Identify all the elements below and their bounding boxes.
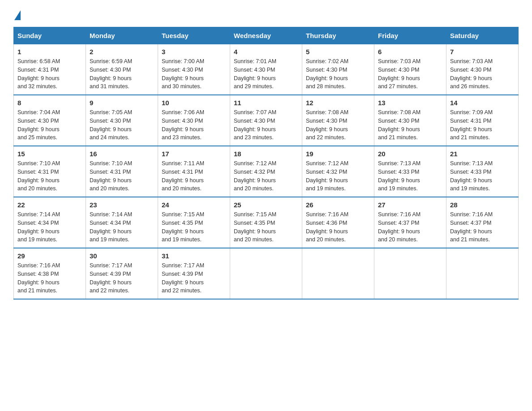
calendar-cell: 4 Sunrise: 7:01 AM Sunset: 4:30 PM Dayli…	[230, 44, 302, 95]
calendar-cell: 17 Sunrise: 7:11 AM Sunset: 4:31 PM Dayl…	[158, 146, 230, 197]
day-info: Sunrise: 7:12 AM Sunset: 4:32 PM Dayligh…	[306, 159, 370, 193]
calendar-cell: 15 Sunrise: 7:10 AM Sunset: 4:31 PM Dayl…	[14, 146, 86, 197]
day-info: Sunrise: 7:16 AM Sunset: 4:38 PM Dayligh…	[17, 261, 82, 295]
day-number: 23	[90, 201, 154, 209]
day-number: 3	[162, 48, 226, 56]
day-info: Sunrise: 7:04 AM Sunset: 4:30 PM Dayligh…	[17, 108, 82, 142]
header-cell-friday: Friday	[374, 27, 446, 44]
calendar-cell	[446, 248, 519, 299]
calendar-cell: 19 Sunrise: 7:12 AM Sunset: 4:32 PM Dayl…	[302, 146, 374, 197]
day-info: Sunrise: 7:05 AM Sunset: 4:30 PM Dayligh…	[90, 108, 154, 142]
calendar-cell: 27 Sunrise: 7:16 AM Sunset: 4:37 PM Dayl…	[374, 197, 446, 248]
day-info: Sunrise: 7:09 AM Sunset: 4:31 PM Dayligh…	[450, 108, 515, 142]
day-info: Sunrise: 7:13 AM Sunset: 4:33 PM Dayligh…	[378, 159, 442, 193]
day-info: Sunrise: 7:03 AM Sunset: 4:30 PM Dayligh…	[378, 57, 442, 91]
day-number: 2	[90, 48, 154, 56]
day-number: 31	[162, 252, 226, 260]
calendar-week-2: 8 Sunrise: 7:04 AM Sunset: 4:30 PM Dayli…	[14, 95, 519, 146]
day-info: Sunrise: 7:11 AM Sunset: 4:31 PM Dayligh…	[162, 159, 226, 193]
day-info: Sunrise: 7:13 AM Sunset: 4:33 PM Dayligh…	[450, 159, 515, 193]
day-info: Sunrise: 7:17 AM Sunset: 4:39 PM Dayligh…	[90, 261, 154, 295]
day-number: 29	[17, 252, 82, 260]
day-info: Sunrise: 6:59 AM Sunset: 4:30 PM Dayligh…	[90, 57, 154, 91]
header-cell-saturday: Saturday	[446, 27, 519, 44]
calendar-table: SundayMondayTuesdayWednesdayThursdayFrid…	[13, 27, 519, 300]
calendar-cell: 10 Sunrise: 7:06 AM Sunset: 4:30 PM Dayl…	[158, 95, 230, 146]
logo	[13, 9, 21, 18]
day-info: Sunrise: 7:16 AM Sunset: 4:36 PM Dayligh…	[306, 210, 370, 244]
calendar-cell	[374, 248, 446, 299]
calendar-cell: 8 Sunrise: 7:04 AM Sunset: 4:30 PM Dayli…	[14, 95, 86, 146]
day-info: Sunrise: 7:08 AM Sunset: 4:30 PM Dayligh…	[378, 108, 442, 142]
calendar-cell: 6 Sunrise: 7:03 AM Sunset: 4:30 PM Dayli…	[374, 44, 446, 95]
header-cell-tuesday: Tuesday	[158, 27, 230, 44]
calendar-cell: 26 Sunrise: 7:16 AM Sunset: 4:36 PM Dayl…	[302, 197, 374, 248]
logo-triangle-icon	[14, 10, 21, 20]
calendar-cell: 28 Sunrise: 7:16 AM Sunset: 4:37 PM Dayl…	[446, 197, 519, 248]
day-info: Sunrise: 7:12 AM Sunset: 4:32 PM Dayligh…	[234, 159, 298, 193]
day-info: Sunrise: 7:15 AM Sunset: 4:35 PM Dayligh…	[162, 210, 226, 244]
calendar-cell: 3 Sunrise: 7:00 AM Sunset: 4:30 PM Dayli…	[158, 44, 230, 95]
calendar-week-5: 29 Sunrise: 7:16 AM Sunset: 4:38 PM Dayl…	[14, 248, 519, 299]
calendar-cell: 31 Sunrise: 7:17 AM Sunset: 4:39 PM Dayl…	[158, 248, 230, 299]
day-number: 25	[234, 201, 298, 209]
calendar-cell: 2 Sunrise: 6:59 AM Sunset: 4:30 PM Dayli…	[86, 44, 158, 95]
calendar-cell: 12 Sunrise: 7:08 AM Sunset: 4:30 PM Dayl…	[302, 95, 374, 146]
day-number: 30	[90, 252, 154, 260]
calendar-cell: 20 Sunrise: 7:13 AM Sunset: 4:33 PM Dayl…	[374, 146, 446, 197]
calendar-week-4: 22 Sunrise: 7:14 AM Sunset: 4:34 PM Dayl…	[14, 197, 519, 248]
day-info: Sunrise: 7:06 AM Sunset: 4:30 PM Dayligh…	[162, 108, 226, 142]
day-number: 13	[378, 99, 442, 107]
day-number: 12	[306, 99, 370, 107]
day-info: Sunrise: 7:07 AM Sunset: 4:30 PM Dayligh…	[234, 108, 298, 142]
day-number: 20	[378, 150, 442, 158]
calendar-cell: 1 Sunrise: 6:58 AM Sunset: 4:31 PM Dayli…	[14, 44, 86, 95]
calendar-cell: 25 Sunrise: 7:15 AM Sunset: 4:35 PM Dayl…	[230, 197, 302, 248]
calendar-header: SundayMondayTuesdayWednesdayThursdayFrid…	[14, 27, 519, 44]
day-number: 22	[17, 201, 82, 209]
day-number: 21	[450, 150, 515, 158]
day-info: Sunrise: 7:01 AM Sunset: 4:30 PM Dayligh…	[234, 57, 298, 91]
day-number: 19	[306, 150, 370, 158]
day-number: 8	[17, 99, 82, 107]
calendar-cell: 24 Sunrise: 7:15 AM Sunset: 4:35 PM Dayl…	[158, 197, 230, 248]
day-info: Sunrise: 7:17 AM Sunset: 4:39 PM Dayligh…	[162, 261, 226, 295]
day-info: Sunrise: 7:15 AM Sunset: 4:35 PM Dayligh…	[234, 210, 298, 244]
day-number: 17	[162, 150, 226, 158]
day-info: Sunrise: 7:10 AM Sunset: 4:31 PM Dayligh…	[90, 159, 154, 193]
day-info: Sunrise: 7:16 AM Sunset: 4:37 PM Dayligh…	[378, 210, 442, 244]
day-number: 4	[234, 48, 298, 56]
day-number: 14	[450, 99, 515, 107]
day-number: 15	[17, 150, 82, 158]
calendar-week-3: 15 Sunrise: 7:10 AM Sunset: 4:31 PM Dayl…	[14, 146, 519, 197]
calendar-cell: 29 Sunrise: 7:16 AM Sunset: 4:38 PM Dayl…	[14, 248, 86, 299]
day-number: 27	[378, 201, 442, 209]
day-number: 6	[378, 48, 442, 56]
header-cell-monday: Monday	[86, 27, 158, 44]
calendar-cell: 5 Sunrise: 7:02 AM Sunset: 4:30 PM Dayli…	[302, 44, 374, 95]
day-number: 16	[90, 150, 154, 158]
day-info: Sunrise: 7:10 AM Sunset: 4:31 PM Dayligh…	[17, 159, 82, 193]
day-info: Sunrise: 7:00 AM Sunset: 4:30 PM Dayligh…	[162, 57, 226, 91]
calendar-cell: 18 Sunrise: 7:12 AM Sunset: 4:32 PM Dayl…	[230, 146, 302, 197]
day-number: 5	[306, 48, 370, 56]
day-info: Sunrise: 7:02 AM Sunset: 4:30 PM Dayligh…	[306, 57, 370, 91]
page-header	[13, 9, 519, 18]
calendar-cell: 23 Sunrise: 7:14 AM Sunset: 4:34 PM Dayl…	[86, 197, 158, 248]
header-cell-wednesday: Wednesday	[230, 27, 302, 44]
day-info: Sunrise: 6:58 AM Sunset: 4:31 PM Dayligh…	[17, 57, 82, 91]
day-info: Sunrise: 7:14 AM Sunset: 4:34 PM Dayligh…	[17, 210, 82, 244]
day-info: Sunrise: 7:14 AM Sunset: 4:34 PM Dayligh…	[90, 210, 154, 244]
calendar-cell	[302, 248, 374, 299]
header-cell-sunday: Sunday	[14, 27, 86, 44]
calendar-cell: 9 Sunrise: 7:05 AM Sunset: 4:30 PM Dayli…	[86, 95, 158, 146]
calendar-week-1: 1 Sunrise: 6:58 AM Sunset: 4:31 PM Dayli…	[14, 44, 519, 95]
day-info: Sunrise: 7:03 AM Sunset: 4:30 PM Dayligh…	[450, 57, 515, 91]
calendar-cell: 13 Sunrise: 7:08 AM Sunset: 4:30 PM Dayl…	[374, 95, 446, 146]
day-number: 26	[306, 201, 370, 209]
logo-text	[13, 9, 21, 19]
day-number: 1	[17, 48, 82, 56]
day-number: 9	[90, 99, 154, 107]
calendar-body: 1 Sunrise: 6:58 AM Sunset: 4:31 PM Dayli…	[14, 44, 519, 300]
day-number: 24	[162, 201, 226, 209]
